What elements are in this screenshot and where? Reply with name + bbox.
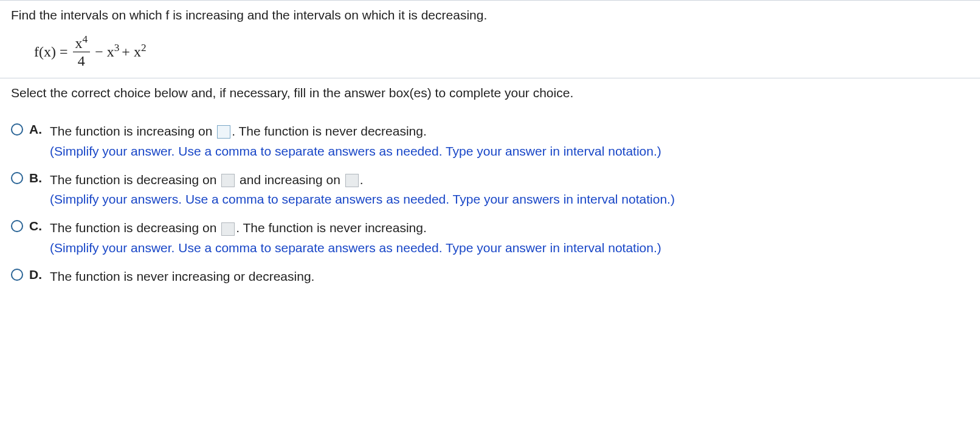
plus-term: + x2 [122,44,146,60]
choice-c-hint: (Simplify your answer. Use a comma to se… [50,241,969,255]
choice-d-main: The function is never increasing or decr… [50,266,969,287]
fraction-numerator: x4 [73,36,91,52]
choice-c-input-1[interactable] [221,222,235,236]
choice-a-letter: A. [29,121,44,137]
fraction-denominator: 4 [75,52,88,68]
choice-c-letter: C. [29,218,44,233]
minus-term: − x3 [95,44,119,60]
choice-d-body: The function is never increasing or decr… [50,266,969,287]
equation-row: f(x) = x4 4 − x3 + x2 [34,36,147,68]
choice-b-main: The function is decreasing on and increa… [50,170,969,190]
prompt-text: Find the intervals on which f is increas… [11,8,487,22]
question-prompt: Find the intervals on which f is increas… [0,0,980,30]
choice-b-letter: B. [29,170,44,185]
choice-c-main: The function is decreasing on . The func… [50,218,969,238]
radio-a[interactable] [11,123,23,136]
choice-a-input-1[interactable] [217,125,230,139]
choice-d-letter: D. [29,266,44,282]
lhs: f(x) = [34,44,68,60]
choice-b-input-2[interactable] [345,174,359,187]
instruction: Select the correct choice below and, if … [0,78,980,108]
radio-c[interactable] [11,220,23,232]
choice-d: D. The function is never increasing or d… [11,266,969,287]
choice-a-body: The function is increasing on . The func… [50,121,969,159]
choice-a-main: The function is increasing on . The func… [50,121,969,142]
radio-d[interactable] [11,269,23,281]
instruction-text: Select the correct choice below and, if … [11,86,573,100]
choice-a-hint: (Simplify your answer. Use a comma to se… [50,144,969,159]
choice-b-body: The function is decreasing on and increa… [50,170,969,207]
fraction: x4 4 [73,36,91,68]
choice-b-input-1[interactable] [221,174,235,187]
choice-c-body: The function is decreasing on . The func… [50,218,969,255]
radio-b[interactable] [11,172,23,184]
choice-c: C. The function is decreasing on . The f… [11,218,969,255]
choice-b-hint: (Simplify your answers. Use a comma to s… [50,192,969,207]
choice-b: B. The function is decreasing on and inc… [11,170,969,207]
equation-block: f(x) = x4 4 − x3 + x2 [0,30,980,78]
choice-a: A. The function is increasing on . The f… [11,121,969,159]
choices-block: A. The function is increasing on . The f… [0,108,980,303]
